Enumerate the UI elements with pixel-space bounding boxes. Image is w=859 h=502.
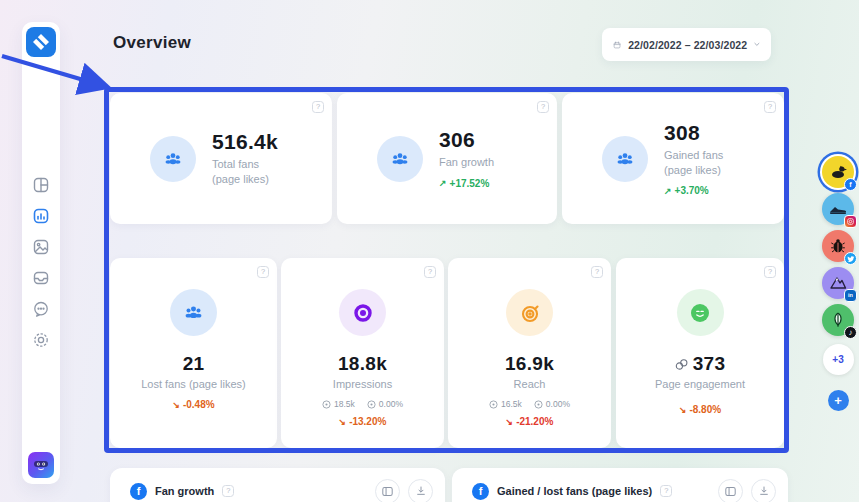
mini-stat-icon	[322, 400, 331, 409]
stat-label: Total fans(page likes)	[212, 157, 278, 188]
account-avatar-facebook[interactable]: f	[822, 156, 854, 188]
linkedin-badge-icon: in	[844, 289, 857, 302]
stat-breakdown: 18.5k 0.00%	[322, 399, 403, 409]
help-icon[interactable]: ?	[312, 101, 324, 113]
stat-change: ↘ -21.20%	[506, 416, 554, 427]
stat-label: Lost fans (page likes)	[141, 377, 246, 392]
page-title: Overview	[113, 33, 191, 53]
stat-card-reach: ? 16.9k Reach 16.5k 0.00% ↘ -21.20%	[448, 258, 611, 448]
calendar-icon	[613, 38, 621, 52]
help-icon[interactable]: ?	[424, 266, 436, 278]
tiktok-badge-icon: ♪	[844, 326, 857, 339]
chart-title: Gained / lost fans (page likes)	[497, 485, 652, 497]
more-accounts-button[interactable]: +3	[823, 344, 854, 375]
stat-label: Impressions	[333, 377, 392, 392]
date-range-value: 22/02/2022 – 22/03/2022	[628, 39, 747, 51]
leaf-avatar-icon	[829, 311, 847, 329]
sidebar	[22, 22, 60, 484]
stat-value-row: 373	[675, 353, 726, 375]
help-icon[interactable]: ?	[764, 266, 776, 278]
help-icon[interactable]: ?	[222, 485, 234, 497]
mini-stat-icon	[534, 400, 543, 409]
user-avatar[interactable]	[28, 452, 54, 478]
fans-people-icon	[170, 289, 217, 336]
logo-pinwheel-icon	[31, 32, 51, 52]
account-avatar-instagram[interactable]	[822, 193, 854, 225]
account-avatar-linkedin[interactable]: in	[822, 267, 854, 299]
chart-card-fan-growth: f Fan growth ?	[110, 468, 445, 502]
download-icon	[415, 485, 427, 497]
beetle-avatar-icon	[829, 237, 847, 255]
chart-title: Fan growth	[155, 485, 214, 497]
dashboard-page: Overview 22/02/2022 – 22/03/2022 ? 516.4…	[0, 0, 859, 502]
stat-value: 18.8k	[338, 353, 387, 375]
stat-card-impressions: ? 18.8k Impressions 18.5k 0.00% ↘ -13.20…	[281, 258, 444, 448]
inbox-icon[interactable]	[32, 269, 50, 287]
accounts-rail: f in ♪ +3 +	[818, 156, 858, 411]
mini-stat-icon	[489, 400, 498, 409]
help-icon[interactable]: ?	[660, 485, 672, 497]
download-button[interactable]	[751, 479, 776, 502]
stat-card-fan-growth: ? 306 Fan growth ↗ +17.52%	[337, 93, 557, 224]
trend-up-icon: ↗	[664, 186, 672, 196]
account-avatar-twitter[interactable]	[822, 230, 854, 262]
stat-change: ↗ +3.70%	[664, 185, 723, 196]
reactions-icon	[675, 358, 688, 371]
stat-breakdown: 16.5k 0.00%	[489, 399, 570, 409]
stat-card-page-engagement: ? 373 Page engagement ↘ -8.80%	[616, 258, 784, 448]
stat-value: 21	[183, 353, 205, 375]
analytics-icon[interactable]	[32, 207, 50, 225]
avatar-face-icon	[32, 456, 50, 474]
trend-down-icon: ↘	[339, 417, 347, 427]
dashboard-icon[interactable]	[32, 176, 50, 194]
table-view-button[interactable]	[718, 479, 743, 502]
stat-card-lost-fans: ? 21 Lost fans (page likes) ↘ -0.48%	[110, 258, 277, 448]
stat-change: ↗ +17.52%	[439, 178, 494, 189]
add-account-button[interactable]: +	[828, 390, 849, 411]
app-logo[interactable]	[26, 27, 56, 57]
help-icon[interactable]: ?	[257, 266, 269, 278]
impressions-eye-icon	[339, 289, 386, 336]
table-view-button[interactable]	[375, 479, 400, 502]
stat-change: ↘ -13.20%	[339, 416, 387, 427]
posts-icon[interactable]	[32, 238, 50, 256]
mini-stat-icon	[367, 400, 376, 409]
trend-down-icon: ↘	[679, 405, 687, 415]
settings-icon[interactable]	[32, 331, 50, 349]
facebook-icon: f	[130, 483, 147, 500]
stat-change: ↘ -8.80%	[679, 404, 721, 415]
download-icon	[758, 485, 770, 497]
download-button[interactable]	[408, 479, 433, 502]
engagement-smiley-icon	[677, 289, 724, 336]
trend-up-icon: ↗	[439, 178, 447, 188]
facebook-icon: f	[472, 483, 489, 500]
table-view-icon	[724, 485, 737, 498]
chat-icon[interactable]	[32, 300, 50, 318]
stat-card-total-fans: ? 516.4k Total fans(page likes)	[110, 93, 332, 224]
stat-card-gained-fans: ? 308 Gained fans(page likes) ↗ +3.70%	[562, 93, 784, 224]
facebook-badge-icon: f	[844, 178, 857, 191]
stat-value: 306	[439, 128, 494, 152]
stat-label: Fan growth	[439, 155, 494, 170]
sidebar-nav	[22, 176, 60, 349]
fans-people-icon	[602, 136, 648, 182]
stat-label: Gained fans(page likes)	[664, 148, 723, 179]
help-icon[interactable]: ?	[537, 101, 549, 113]
table-view-icon	[381, 485, 394, 498]
stat-value: 516.4k	[212, 130, 278, 154]
help-icon[interactable]: ?	[591, 266, 603, 278]
annotation-arrow	[0, 50, 130, 98]
reach-target-icon	[506, 289, 553, 336]
help-icon[interactable]: ?	[764, 101, 776, 113]
instagram-badge-icon	[844, 215, 857, 228]
fans-people-icon	[150, 136, 196, 182]
stat-change: ↘ -0.48%	[172, 399, 214, 410]
chart-card-gained-lost-fans: f Gained / lost fans (page likes) ?	[452, 468, 788, 502]
twitter-badge-icon	[844, 252, 857, 265]
date-range-picker[interactable]: 22/02/2022 – 22/03/2022	[602, 28, 771, 61]
stat-value: 16.9k	[505, 353, 554, 375]
trend-down-icon: ↘	[506, 417, 514, 427]
stat-label: Page engagement	[655, 377, 745, 392]
account-avatar-tiktok[interactable]: ♪	[822, 304, 854, 336]
fans-people-icon	[377, 136, 423, 182]
